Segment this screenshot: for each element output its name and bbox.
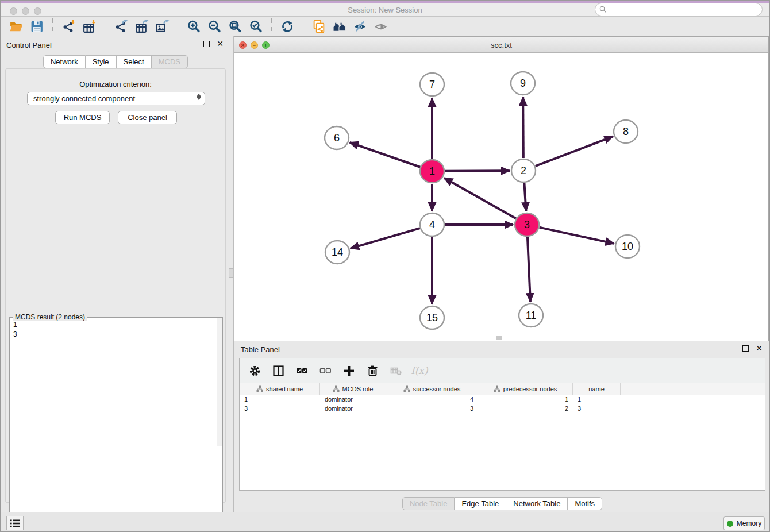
toolbar-group (271, 18, 303, 34)
zoom-out-button[interactable] (204, 18, 225, 34)
float-table-panel-icon[interactable] (742, 345, 749, 352)
open-session-button[interactable] (6, 18, 26, 34)
import-table-button[interactable] (79, 18, 99, 34)
deselect-all-button[interactable] (318, 364, 332, 377)
close-panel-icon[interactable]: ✕ (217, 41, 224, 47)
table-cell[interactable]: dominator (320, 395, 386, 404)
table-cell[interactable]: 1 (478, 395, 573, 404)
graph-node-2[interactable]: 2 (511, 159, 536, 182)
tab-network[interactable]: Network (43, 55, 86, 68)
show-tasks-button[interactable] (6, 516, 24, 530)
result-line: 3 (13, 330, 215, 340)
node-label: 6 (334, 132, 340, 144)
node-label: 4 (429, 219, 435, 230)
delete-columns-icon (367, 365, 379, 377)
edge-4-14[interactable] (351, 228, 420, 248)
manage-networks-button[interactable] (309, 18, 329, 34)
edge-3-1[interactable] (444, 178, 516, 218)
run-mcds-button[interactable]: Run MCDS (55, 111, 110, 124)
column-header-predecessor-nodes[interactable]: predecessor nodes (478, 383, 573, 395)
edge-1-6[interactable] (350, 142, 421, 167)
column-header-shared-name[interactable]: shared name (240, 383, 320, 395)
graph-node-15[interactable]: 15 (420, 306, 444, 329)
close-panel-button[interactable]: Close panel (118, 111, 177, 124)
table-cell[interactable]: 3 (240, 404, 320, 414)
tab-select[interactable]: Select (117, 55, 152, 68)
node-label: 14 (332, 246, 343, 258)
edge-2-8[interactable] (536, 137, 613, 167)
table-cell[interactable]: 1 (573, 395, 621, 404)
export-table-icon (134, 20, 149, 34)
table-tab-edge-table[interactable]: Edge Table (455, 497, 506, 510)
delete-columns-button[interactable] (365, 364, 379, 377)
dropdown-stepper-icon (197, 94, 201, 100)
mcds-result-text[interactable]: 13 (13, 320, 215, 528)
table-cell[interactable]: 2 (478, 404, 573, 414)
zoom-selected-button[interactable] (245, 18, 266, 34)
graph-node-10[interactable]: 10 (615, 235, 640, 258)
tab-style[interactable]: Style (86, 55, 117, 68)
hide-graphics-button[interactable] (350, 18, 371, 34)
add-column-button[interactable] (342, 364, 356, 377)
table-cell[interactable]: 1 (240, 395, 320, 404)
table-row[interactable]: 1dominator411 (240, 395, 765, 404)
edge-3-10[interactable] (539, 228, 614, 244)
save-session-button[interactable] (26, 18, 47, 34)
table-cell[interactable]: 4 (386, 395, 478, 404)
splitter-handle[interactable] (229, 268, 233, 278)
table-row[interactable]: 3dominator323 (240, 404, 765, 414)
node-label: 8 (623, 126, 629, 137)
graph-node-3[interactable]: 3 (515, 213, 539, 236)
network-window-titlebar[interactable]: ✕ − + scc.txt (234, 37, 768, 53)
delete-table-icon (390, 365, 402, 377)
table-cell[interactable]: dominator (320, 404, 386, 414)
graph-node-1[interactable]: 1 (420, 160, 444, 183)
save-session-icon (30, 20, 44, 34)
optimization-criterion-dropdown[interactable]: strongly connected component (27, 92, 205, 105)
export-table-button[interactable] (131, 18, 152, 34)
show-graphics-button[interactable] (371, 18, 391, 34)
close-table-panel-icon[interactable]: ✕ (756, 345, 763, 352)
home-button[interactable] (329, 18, 350, 34)
graph-node-9[interactable]: 9 (511, 72, 535, 95)
toolbar-group (105, 18, 178, 34)
column-header-successor-nodes[interactable]: successor nodes (386, 383, 478, 395)
graph-node-7[interactable]: 7 (420, 73, 444, 96)
graph-node-14[interactable]: 14 (325, 241, 349, 264)
function-builder-icon: f(x) (411, 365, 428, 376)
import-network-button[interactable] (58, 18, 79, 34)
edge-2-3[interactable] (524, 183, 526, 211)
column-header-MCDS-role[interactable]: MCDS role (320, 383, 386, 395)
result-scrollbar[interactable] (217, 318, 222, 446)
split-view-button[interactable] (271, 364, 285, 377)
memory-button[interactable]: Memory (723, 516, 765, 530)
table-cell[interactable]: 3 (386, 404, 478, 414)
table-settings-button[interactable] (248, 364, 261, 377)
graph-node-4[interactable]: 4 (420, 213, 444, 236)
export-network-button[interactable] (110, 18, 131, 34)
column-type-icon (256, 385, 263, 392)
float-panel-icon[interactable] (203, 41, 210, 47)
edge-3-11[interactable] (528, 237, 530, 302)
edge-1-2[interactable] (445, 171, 510, 171)
mcds-result-box: MCDS result (2 nodes) 13 (9, 317, 223, 531)
graph-node-8[interactable]: 8 (614, 120, 638, 143)
export-image-button[interactable] (152, 18, 172, 34)
column-header-name[interactable]: name (573, 383, 621, 395)
table-tab-network-table[interactable]: Network Table (506, 497, 568, 510)
network-graph-canvas[interactable]: 7968124314101511 (234, 53, 768, 341)
refresh-layout-button[interactable] (277, 18, 298, 34)
table-cell[interactable]: 3 (573, 404, 621, 414)
node-label: 10 (622, 241, 633, 252)
select-all-button[interactable] (295, 364, 309, 377)
zoom-fit-button[interactable] (225, 18, 245, 34)
table-tab-node-table[interactable]: Node Table (402, 497, 455, 510)
table-tab-motifs[interactable]: Motifs (568, 497, 602, 510)
graph-node-6[interactable]: 6 (325, 126, 349, 149)
search-input[interactable] (595, 3, 763, 16)
network-scrollbar-thumb[interactable] (496, 336, 502, 340)
graph-node-11[interactable]: 11 (519, 304, 543, 327)
zoom-in-button[interactable] (183, 18, 204, 34)
edge-2-9[interactable] (523, 97, 523, 158)
tab-mcds[interactable]: MCDS (152, 55, 188, 68)
